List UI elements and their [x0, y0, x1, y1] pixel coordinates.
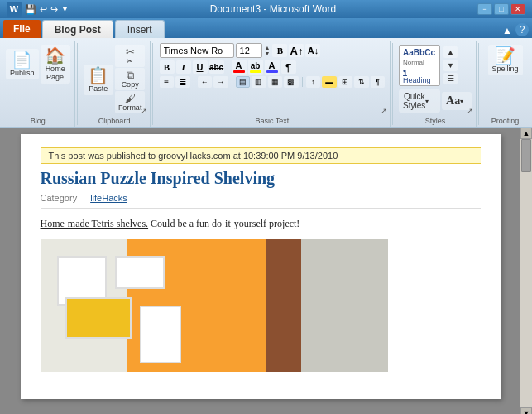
- close-button[interactable]: ✕: [510, 3, 525, 15]
- spelling-grammar-button[interactable]: 📝 Spelling: [488, 45, 523, 75]
- styles-dialog-launcher[interactable]: ↗: [467, 107, 473, 115]
- copy-icon: ⧉: [127, 70, 134, 80]
- strikethrough-btn[interactable]: abc: [209, 60, 224, 74]
- quick-access-more[interactable]: ▼: [61, 5, 69, 13]
- proofing-group-label: Proofing: [481, 117, 530, 125]
- qs-scroll-down[interactable]: ▼: [443, 60, 458, 71]
- clipboard-group-content: 📋 Paste ✂ ✂ ⧉ Copy 🖌 Format: [84, 43, 146, 127]
- align-right-btn[interactable]: ▦: [268, 76, 283, 88]
- copy-button[interactable]: ⧉ Copy: [115, 68, 146, 90]
- category-row: Category lifeHacks: [41, 193, 481, 209]
- sep4: [478, 43, 479, 125]
- borders-btn[interactable]: ⊞: [338, 76, 353, 88]
- qs-expand[interactable]: ☰: [443, 73, 458, 84]
- homepage-button[interactable]: 🏠 Home Page: [41, 45, 70, 84]
- show-hide-btn[interactable]: ¶: [371, 76, 386, 88]
- font-row1: ▲ ▼ B A↑ A↓: [160, 43, 386, 58]
- quick-access-save[interactable]: 💾: [25, 4, 36, 15]
- body-text-underlined: Home-made Tetris shelves.: [41, 218, 149, 229]
- font-size-input[interactable]: [236, 43, 262, 58]
- align-center-btn[interactable]: ▥: [252, 76, 266, 88]
- quick-styles-label: QuickStyles: [403, 92, 425, 110]
- highlight-icon: ab: [251, 62, 261, 70]
- quick-styles-btn-row: QuickStyles ▾ Aa ▾: [399, 89, 472, 113]
- decrease-indent-btn[interactable]: ←: [198, 76, 213, 88]
- underline-btn[interactable]: U: [193, 60, 208, 74]
- title-bar: W 💾 ↩ ↪ ▼ Document3 - Microsoft Word − □…: [0, 0, 532, 18]
- font-fill-btn[interactable]: A: [265, 60, 280, 75]
- bullet-list-btn[interactable]: ≡: [160, 76, 175, 88]
- ribbon-group-styles: AaBbCc Normal ¶ Heading ▲ ▼ ☰ QuickStyle…: [395, 41, 477, 127]
- article-title[interactable]: Russian Puzzle Inspired Shelving: [41, 169, 481, 188]
- grow-font2-button[interactable]: A↑: [289, 44, 304, 57]
- blog-group-content: 📄 Publish 🏠 Home Page: [6, 43, 70, 95]
- sort-btn[interactable]: ⇅: [354, 76, 369, 88]
- help-button[interactable]: ?: [515, 23, 529, 36]
- qs-normal-item: Normal: [401, 58, 438, 67]
- category-label: Category: [41, 193, 78, 203]
- italic-btn[interactable]: I: [176, 60, 191, 74]
- sep-inline3: [232, 77, 232, 87]
- body-text-rest: Could be a fun do-it-yourself project!: [148, 218, 300, 229]
- article-image: [41, 239, 388, 372]
- font-row2: B I U abc A ab A: [160, 60, 386, 75]
- shading-btn[interactable]: ▬: [322, 76, 337, 88]
- tab-blogpost[interactable]: Blog Post: [42, 20, 113, 38]
- shrink-font2-button[interactable]: A↓: [305, 44, 320, 57]
- window-title: Document3 - Microsoft Word: [69, 3, 477, 15]
- sep1: [77, 43, 78, 125]
- quick-styles-row: AaBbCc Normal ¶ Heading ▲ ▼ ☰: [399, 45, 458, 88]
- quick-access-redo[interactable]: ↪: [50, 4, 58, 15]
- body-text[interactable]: Home-made Tetris shelves. Could be a fun…: [41, 217, 481, 231]
- highlight-strip: [250, 70, 261, 73]
- font-row3: ≡ ≣ ← → ▤ ▥ ▦ ▩ ↕ ▬ ⊞ ⇅ ¶: [160, 76, 386, 88]
- clipboard-dialog-launcher[interactable]: ↗: [141, 107, 147, 115]
- vertical-scrollbar[interactable]: ▲ ▼: [520, 128, 532, 414]
- clipboard-group-label: Clipboard: [79, 117, 150, 125]
- scroll-thumb[interactable]: [521, 139, 531, 172]
- justify-btn[interactable]: ▩: [284, 76, 299, 88]
- grow-font-button[interactable]: ▲: [264, 45, 271, 51]
- line-spacing-btn[interactable]: ↕: [306, 76, 321, 88]
- document-page: This post was published to groovyHacks.c…: [21, 134, 501, 399]
- qs-heading-item: AaBbCc: [401, 47, 438, 58]
- blog-group-label: Blog: [2, 117, 74, 125]
- basictext-group-label: Basic Text: [155, 117, 391, 125]
- align-left-btn[interactable]: ▤: [236, 76, 251, 88]
- increase-indent-btn[interactable]: →: [213, 76, 228, 88]
- quick-styles-button[interactable]: QuickStyles ▾: [399, 89, 440, 113]
- basictext-dialog-launcher[interactable]: ↗: [381, 107, 387, 115]
- ribbon-help-icon[interactable]: ▲: [502, 25, 512, 36]
- tab-file[interactable]: File: [3, 20, 41, 38]
- publish-icon: 📄: [12, 51, 32, 68]
- publish-button[interactable]: 📄 Publish: [6, 49, 39, 79]
- maximize-button[interactable]: □: [494, 3, 509, 15]
- font-color-btn[interactable]: A: [232, 60, 247, 75]
- bold-button[interactable]: B: [272, 44, 287, 57]
- home-icon: 🏠: [45, 47, 65, 64]
- font-name-input[interactable]: [160, 43, 234, 58]
- category-link[interactable]: lifeHacks: [90, 193, 127, 203]
- paste-button[interactable]: 📋 Paste: [84, 65, 113, 95]
- minimize-button[interactable]: −: [477, 3, 492, 15]
- font-color-icon: A: [236, 61, 242, 70]
- quick-styles-dropdown-arrow: ▾: [425, 98, 429, 105]
- clipboard-small-btns: ✂ ✂ ⧉ Copy 🖌 Format: [115, 45, 146, 115]
- scroll-down-btn[interactable]: ▼: [520, 407, 532, 414]
- quick-access-undo[interactable]: ↩: [40, 4, 47, 15]
- paragraph-mark-btn[interactable]: ¶: [281, 60, 296, 74]
- basictext-content: ▲ ▼ B A↑ A↓ B I U abc A: [160, 43, 386, 100]
- shrink-font-button[interactable]: ▼: [264, 51, 271, 56]
- ribbon-tabs: File Blog Post Insert ▲ ?: [0, 18, 532, 38]
- notification-text: This post was published to groovyHacks.c…: [49, 151, 338, 161]
- quick-styles-panel[interactable]: AaBbCc Normal ¶ Heading: [399, 45, 440, 86]
- sep2: [152, 43, 153, 125]
- num-list-btn[interactable]: ≣: [175, 76, 190, 88]
- scroll-up-btn[interactable]: ▲: [520, 128, 532, 139]
- bold-btn[interactable]: B: [160, 60, 175, 74]
- cut-button[interactable]: ✂ ✂: [115, 45, 146, 67]
- qs-scroll-up[interactable]: ▲: [443, 46, 458, 58]
- tab-insert[interactable]: Insert: [115, 20, 165, 38]
- document-scroll-area[interactable]: This post was published to groovyHacks.c…: [0, 128, 520, 414]
- highlight-btn[interactable]: ab: [248, 60, 263, 75]
